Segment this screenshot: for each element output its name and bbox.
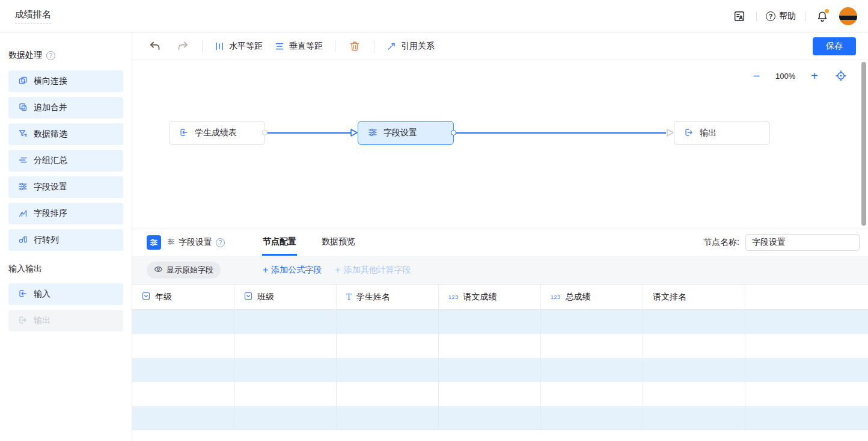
column-label: 总成绩: [566, 292, 591, 303]
show-original-fields-label: 显示原始字段: [167, 265, 213, 276]
divider: [805, 11, 805, 21]
group-icon: [18, 155, 28, 167]
help-button[interactable]: ? 帮助: [766, 11, 796, 22]
table-row: [132, 382, 868, 406]
transpose-icon: [18, 235, 28, 246]
number-type-icon: 123: [551, 294, 561, 300]
panel-title-group: 字段设置 ?: [167, 237, 225, 248]
node-field-settings[interactable]: 字段设置: [358, 121, 454, 145]
dimension-icon: [244, 292, 252, 302]
node-output[interactable]: 输出: [674, 121, 770, 145]
text-type-icon: T: [346, 293, 352, 301]
node-name-input[interactable]: [745, 234, 860, 251]
page-title[interactable]: 成绩排名: [15, 9, 51, 24]
table-footer-strip: [132, 430, 868, 440]
canvas-scrollbar[interactable]: [861, 62, 866, 226]
sort-icon: [18, 208, 28, 220]
sidebar-item-data-filter[interactable]: 数据筛选: [8, 123, 123, 145]
join-icon: [18, 76, 28, 87]
column-header-chinese-score[interactable]: 123 语文成绩: [439, 285, 541, 309]
user-avatar[interactable]: [839, 7, 857, 25]
vertical-spacing-button[interactable]: 垂直等距: [275, 41, 323, 52]
sidebar-item-horizontal-join[interactable]: 横向连接: [8, 70, 123, 92]
sidebar-item-label: 行转列: [34, 235, 59, 245]
sidebar-item-label: 数据筛选: [34, 129, 67, 140]
column-header-class[interactable]: 班级: [234, 285, 337, 309]
sliders-icon: [18, 182, 28, 193]
column-header-student-name[interactable]: T 学生姓名: [337, 285, 439, 309]
field-table-header: 年级 班级 T 学生姓名 123 语文成绩 123 总成绩 语文排名: [132, 284, 868, 310]
table-row: [132, 334, 868, 358]
connector-port[interactable]: [451, 130, 456, 135]
zoom-out-button[interactable]: −: [753, 70, 760, 82]
dimension-icon: [142, 292, 150, 302]
column-label: 学生姓名: [356, 292, 390, 303]
sidebar-item-label: 字段设置: [34, 182, 67, 193]
sidebar-item-label: 追加合并: [34, 102, 67, 113]
column-header-total-score[interactable]: 123 总成绩: [541, 285, 643, 309]
panel-header: 字段设置 ? 节点配置 数据预览 节点名称:: [132, 229, 868, 256]
column-header-grade[interactable]: 年级: [132, 285, 234, 309]
tab-node-config[interactable]: 节点配置: [262, 229, 297, 256]
section-help-icon[interactable]: ?: [46, 51, 55, 60]
redo-button[interactable]: [176, 39, 190, 54]
horizontal-spacing-button[interactable]: 水平等距: [215, 41, 263, 52]
add-other-calc-field-label: 添加其他计算字段: [344, 265, 411, 276]
reference-relation-button[interactable]: 引用关系: [387, 41, 435, 52]
zoom-level: 100%: [775, 72, 795, 81]
sidebar-item-append-merge[interactable]: 追加合并: [8, 97, 123, 119]
fit-view-target-icon[interactable]: [834, 69, 848, 83]
notification-bell-icon[interactable]: [815, 8, 830, 24]
save-button[interactable]: 保存: [813, 37, 856, 55]
add-formula-field-button[interactable]: + 添加公式字段: [263, 265, 322, 276]
edge-fieldsettings-to-output: [456, 132, 666, 134]
sidebar-item-input[interactable]: 输入: [8, 283, 123, 305]
sidebar-section-data-processing: 数据处理 ?: [8, 50, 123, 61]
divider: [756, 11, 757, 21]
app-root: 成绩排名 ? 帮助: [0, 0, 868, 441]
sidebar-item-group-summary[interactable]: 分组汇总: [8, 150, 123, 171]
column-header-empty: [745, 285, 868, 309]
field-settings-icon: [147, 235, 161, 250]
number-type-icon: 123: [448, 294, 459, 300]
node-type-sliders-icon: [167, 238, 175, 247]
node-student-score-table[interactable]: 学生成绩表: [169, 121, 265, 145]
horizontal-spacing-label: 水平等距: [229, 41, 263, 52]
directory-icon[interactable]: [732, 8, 747, 24]
node-label: 输出: [700, 128, 717, 138]
panel-help-icon[interactable]: ?: [216, 238, 225, 247]
divider: [335, 40, 335, 52]
column-label: 语文成绩: [463, 292, 497, 303]
undo-button[interactable]: [148, 39, 162, 54]
delete-trash-icon[interactable]: [347, 39, 362, 54]
zoom-in-button[interactable]: +: [811, 70, 818, 82]
filter-icon: [18, 129, 28, 140]
input-icon: [18, 289, 28, 300]
node-label: 字段设置: [384, 128, 417, 138]
sidebar-item-label: 横向连接: [34, 76, 67, 87]
arrowhead-gray-icon: [666, 128, 674, 137]
connector-port[interactable]: [262, 130, 267, 135]
reference-relation-icon: [387, 42, 396, 51]
column-header-chinese-rank[interactable]: 语文排名: [643, 285, 745, 309]
sidebar-item-label: 字段排序: [34, 208, 67, 219]
sidebar-item-row-to-column[interactable]: 行转列: [8, 229, 123, 251]
tab-data-preview[interactable]: 数据预览: [321, 229, 356, 256]
divider: [202, 40, 203, 52]
help-icon: ?: [766, 11, 775, 21]
column-label: 语文排名: [653, 292, 686, 303]
vertical-spacing-icon: [275, 42, 284, 51]
sidebar-item-field-sort[interactable]: 字段排序: [8, 203, 123, 224]
sidebar: 数据处理 ? 横向连接 追加合并 数据筛选 分组汇总 字段设置 字段排序: [0, 33, 132, 441]
help-label: 帮助: [779, 11, 796, 22]
add-other-calc-field-button: + 添加其他计算字段: [335, 265, 411, 276]
show-original-fields-toggle[interactable]: 显示原始字段: [147, 262, 221, 279]
notification-dot: [825, 9, 829, 13]
sidebar-item-field-settings[interactable]: 字段设置: [8, 176, 123, 198]
sliders-icon: [368, 128, 377, 139]
arrowhead-blue-icon: [350, 128, 358, 137]
output-icon: [684, 128, 694, 139]
zoom-controls: − 100% +: [753, 69, 848, 83]
flow-canvas[interactable]: − 100% + 学生成绩表 字段设置 输出: [132, 60, 868, 229]
node-name-label: 节点名称:: [703, 237, 739, 248]
